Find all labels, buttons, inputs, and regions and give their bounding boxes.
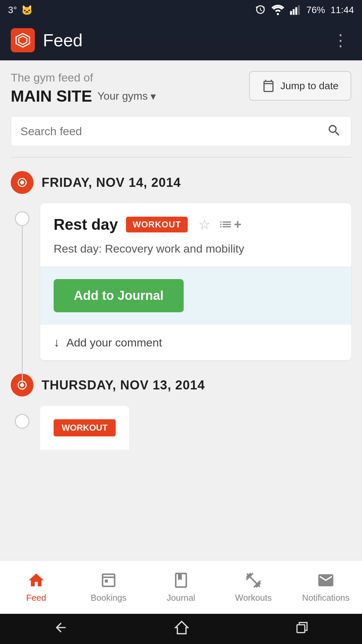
bottom-nav: Feed Bookings Journal Workouts Notificat… (0, 560, 362, 614)
signal-icon (290, 4, 301, 16)
timeline-line-col-2 (11, 406, 34, 450)
svg-point-7 (20, 180, 24, 184)
battery-text: 76% (306, 5, 325, 15)
card-title: Rest day (54, 215, 118, 233)
cat-icon: 🐱 (21, 5, 33, 16)
svg-marker-11 (176, 621, 188, 634)
nav-item-workouts[interactable]: Workouts (217, 571, 290, 603)
status-left: 3° 🐱 (8, 5, 33, 16)
comment-text: Add your comment (66, 336, 162, 349)
svg-point-9 (20, 383, 24, 387)
card-top: Rest day WORKOUT ☆ + Rest day: Recovery … (40, 203, 351, 267)
timeline-line (22, 226, 23, 383)
nav-item-feed[interactable]: Feed (0, 571, 72, 603)
feed-home-icon (27, 571, 45, 589)
status-bar: 3° 🐱 76% 11:44 (0, 0, 362, 20)
add-to-journal-button[interactable]: Add to Journal (54, 279, 184, 312)
workout-card-friday: Rest day WORKOUT ☆ + Rest day: Recovery … (40, 203, 351, 360)
gym-name: MAIN SITE (11, 87, 92, 105)
timeline-dot-2 (15, 414, 29, 429)
notifications-nav-label: Notifications (302, 593, 350, 603)
timeline-line-col (11, 203, 34, 360)
notifications-icon (317, 571, 335, 589)
recents-button[interactable] (295, 621, 309, 637)
nav-item-journal[interactable]: Journal (145, 571, 217, 603)
timeline-dot (15, 211, 29, 226)
top-bar: Feed ⋮ (0, 20, 362, 60)
date-text-friday: FRIDAY, NOV 14, 2014 (42, 175, 181, 190)
gym-selector[interactable]: Your gyms ▾ (98, 90, 156, 103)
home-button[interactable] (174, 620, 189, 638)
back-button[interactable] (53, 620, 68, 638)
chevron-down-icon: ▾ (150, 90, 156, 103)
feed-gym-row: MAIN SITE Your gyms ▾ (11, 87, 156, 105)
alarm-icon (255, 4, 266, 16)
signal-text: 3° (8, 5, 17, 15)
thursday-workout-badge: WORKOUT (54, 419, 116, 436)
list-icon (219, 217, 233, 231)
nav-item-bookings[interactable]: Bookings (72, 571, 145, 603)
plus-icon: + (234, 217, 241, 232)
journal-icon (172, 571, 190, 589)
date-section-thursday: THURSDAY, NOV 13, 2014 WORKOUT (11, 374, 351, 450)
journal-nav-label: Journal (167, 593, 195, 603)
date-header-friday: FRIDAY, NOV 14, 2014 (11, 171, 351, 194)
menu-button[interactable]: ⋮ (330, 28, 351, 52)
comment-section[interactable]: ↓ Add your comment (40, 324, 351, 360)
card-icons: ☆ + (198, 217, 241, 232)
divider (11, 157, 351, 158)
svg-marker-5 (19, 36, 27, 44)
page-title: Feed (43, 30, 322, 50)
feed-label: The gym feed of (11, 71, 156, 84)
workout-badge: WORKOUT (126, 217, 188, 232)
list-add-icon[interactable]: + (219, 217, 241, 232)
bookings-icon (100, 571, 118, 589)
timeline-thursday: WORKOUT (11, 406, 351, 450)
calendar-icon (262, 79, 275, 93)
svg-marker-4 (16, 34, 29, 47)
date-dot-friday (11, 171, 34, 194)
search-icon (327, 123, 342, 139)
workout-card-thursday-partial: WORKOUT (40, 406, 129, 450)
feed-header: The gym feed of MAIN SITE Your gyms ▾ Ju… (11, 71, 351, 105)
card-description: Rest day: Recovery work and mobility (54, 240, 338, 257)
system-nav (0, 614, 362, 644)
star-icon[interactable]: ☆ (198, 217, 210, 232)
svg-rect-12 (297, 625, 305, 632)
date-header-thursday: THURSDAY, NOV 13, 2014 (11, 374, 351, 396)
date-icon-friday (16, 176, 28, 189)
timeline-friday: Rest day WORKOUT ☆ + Rest day: Recovery … (11, 203, 351, 360)
card-title-row: Rest day WORKOUT ☆ + (54, 215, 338, 233)
bookings-nav-label: Bookings (91, 593, 127, 603)
status-right: 76% 11:44 (255, 4, 354, 16)
date-text-thursday: THURSDAY, NOV 13, 2014 (42, 378, 205, 392)
app-logo-svg (15, 32, 31, 48)
svg-rect-3 (298, 5, 300, 15)
svg-rect-0 (290, 11, 292, 15)
main-content: The gym feed of MAIN SITE Your gyms ▾ Ju… (0, 60, 362, 561)
workouts-nav-label: Workouts (235, 593, 272, 603)
feed-info: The gym feed of MAIN SITE Your gyms ▾ (11, 71, 156, 105)
svg-rect-1 (293, 9, 295, 15)
jump-to-date-label: Jump to date (281, 80, 339, 92)
add-journal-section: Add to Journal (40, 267, 351, 324)
date-section-friday: FRIDAY, NOV 14, 2014 Rest day WORKOUT ☆ (11, 171, 351, 360)
comment-arrow-icon: ↓ (54, 335, 60, 350)
svg-rect-10 (105, 580, 108, 583)
feed-nav-label: Feed (26, 593, 46, 603)
nav-item-notifications[interactable]: Notifications (290, 571, 362, 603)
jump-to-date-button[interactable]: Jump to date (249, 71, 351, 101)
workouts-icon (244, 571, 262, 589)
search-input[interactable] (20, 125, 327, 138)
app-logo (11, 28, 35, 52)
time-text: 11:44 (330, 5, 354, 15)
svg-rect-2 (295, 7, 297, 15)
wifi-icon (272, 4, 284, 16)
search-bar (11, 116, 351, 146)
